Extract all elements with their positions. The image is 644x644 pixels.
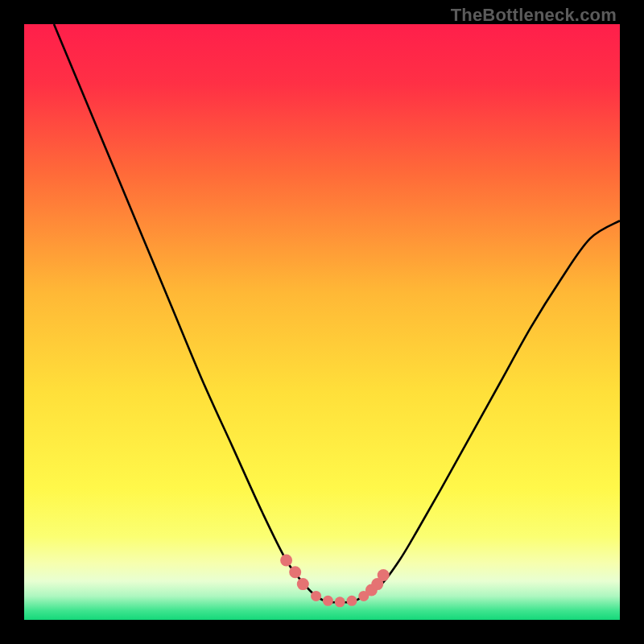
marker-point [297, 578, 309, 590]
bottleneck-curve [54, 24, 620, 602]
marker-point [323, 596, 333, 606]
marker-point [378, 569, 390, 581]
chart-frame: TheBottleneck.com [0, 0, 644, 644]
marker-point [289, 566, 301, 578]
watermark-text: TheBottleneck.com [451, 5, 617, 26]
marker-point [335, 597, 345, 607]
marker-point [280, 555, 292, 567]
marker-group [280, 555, 390, 608]
curve-layer [24, 24, 620, 620]
marker-point [347, 596, 357, 606]
marker-point [311, 591, 321, 601]
plot-area [24, 24, 620, 620]
